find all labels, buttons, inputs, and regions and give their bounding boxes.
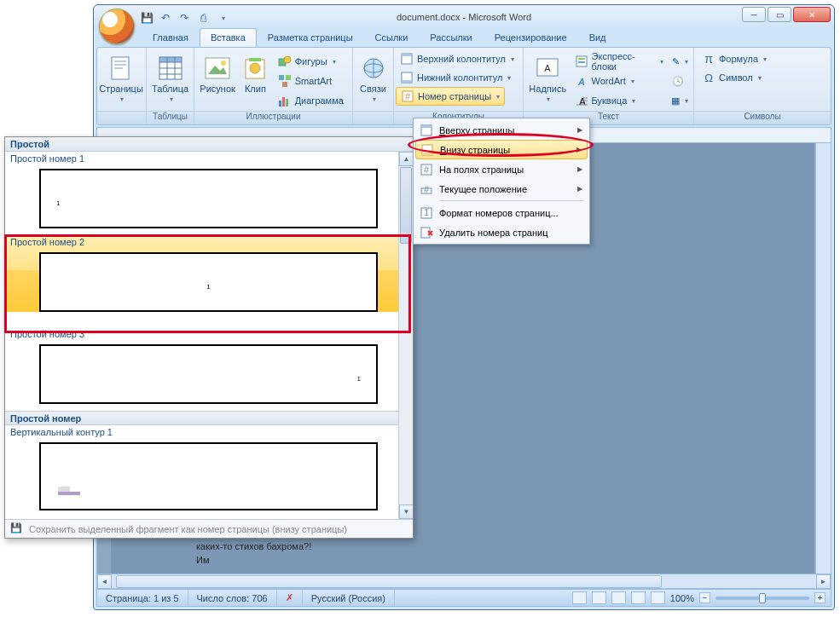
svg-rect-22 (279, 101, 281, 107)
pagenumber-button[interactable]: # Номер страницы▾ (396, 87, 505, 106)
wordart-label: WordArt (592, 76, 626, 86)
menu-current-position[interactable]: # Текущее положение ▶ (415, 179, 588, 199)
hscroll-thumb[interactable] (116, 575, 662, 588)
page-top-icon (419, 123, 434, 138)
close-button[interactable]: ✕ (793, 7, 831, 22)
zoom-thumb[interactable] (759, 593, 766, 603)
gallery-item-3[interactable]: Простой номер 3 1 (5, 327, 398, 404)
datetime-icon: 🕓 (671, 74, 685, 88)
symbol-button[interactable]: Ω Символ▾ (698, 68, 766, 87)
illus-stack: Фигуры▾ SmartArt Диаграмма (274, 50, 349, 110)
proofing-icon: ✗ (286, 592, 293, 603)
svg-rect-57 (58, 492, 80, 495)
submenu-arrow-icon: ▶ (577, 126, 582, 134)
status-right: 100% − + (567, 591, 831, 604)
gallery-item4-label: Вертикальный контур 1 (5, 425, 398, 439)
smartart-button[interactable]: SmartArt (274, 72, 349, 90)
status-words[interactable]: Число слов: 706 (188, 590, 277, 606)
menu-remove-numbers[interactable]: Удалить номера страниц (415, 222, 588, 242)
gallery-item-4[interactable]: Вертикальный контур 1 (5, 425, 398, 510)
view-reading-button[interactable] (592, 591, 606, 604)
pages-button[interactable]: Страницы ▾ (101, 50, 142, 110)
menu-remove-label: Удалить номера страниц (439, 228, 548, 238)
svg-rect-47 (422, 153, 432, 155)
menu-format-numbers[interactable]: 1 Формат номеров страниц... (415, 203, 588, 222)
vertical-scrollbar[interactable] (815, 143, 831, 574)
tab-home[interactable]: Главная (142, 28, 200, 47)
table-icon (157, 55, 184, 82)
datetime-button[interactable]: 🕓 (669, 72, 690, 90)
pagenumber-label: Номер страницы (418, 91, 491, 101)
links-button[interactable]: Связи ▾ (356, 50, 390, 110)
menu-page-margins[interactable]: # На полях страницы ▶ (415, 159, 588, 179)
equation-button[interactable]: π Формула▾ (698, 49, 771, 68)
gallery-preview-1: 1 (39, 169, 378, 228)
gallery-item-1[interactable]: Простой номер 1 1 (5, 152, 398, 228)
zoom-slider[interactable] (715, 597, 809, 600)
gallery-preview-3: 1 (39, 344, 378, 404)
menu-margins-label: На полях страницы (439, 164, 524, 175)
horizontal-scrollbar[interactable]: ◄ ► (97, 574, 831, 588)
tab-references[interactable]: Ссылки (364, 28, 420, 47)
quickparts-button[interactable]: Экспресс-блоки▾ (571, 52, 668, 71)
svg-rect-23 (282, 97, 285, 107)
pagenumber-icon: # (401, 89, 414, 103)
zoom-out-button[interactable]: − (699, 592, 710, 603)
chart-button[interactable]: Диаграмма (274, 91, 349, 110)
group-text: A Надпись ▾ Экспресс-блоки▾ A WordArt▾ A (524, 48, 694, 124)
gallery-item-2[interactable]: Простой номер 2 1 (5, 235, 398, 312)
view-draft-button[interactable] (651, 591, 665, 604)
status-page[interactable]: Страница: 1 из 5 (97, 590, 188, 606)
view-outline-button[interactable] (631, 591, 646, 604)
signature-button[interactable]: ✎▾ (669, 52, 690, 71)
zoom-value[interactable]: 100% (670, 593, 694, 603)
menu-bottom-label: Внизу страницы (440, 145, 510, 155)
status-language[interactable]: Русский (Россия) (303, 590, 395, 606)
tab-insert[interactable]: Вставка (200, 28, 257, 47)
gallery-scrollbar[interactable]: ▲ ▼ (398, 152, 413, 519)
group-symbols-label: Символы (694, 111, 831, 124)
gallery-footer[interactable]: 💾 Сохранить выделенный фрагмент как номе… (5, 519, 413, 538)
menu-current-label: Текущее положение (439, 184, 527, 194)
clipart-icon (241, 55, 269, 82)
svg-text:#: # (424, 184, 430, 194)
table-button[interactable]: Таблица ▾ (150, 50, 190, 110)
clipart-button[interactable]: Клип (239, 50, 271, 110)
scroll-right-button[interactable]: ► (816, 574, 831, 589)
gallery-scroll-down[interactable]: ▼ (399, 505, 413, 519)
dropcap-button[interactable]: A Буквица▾ (571, 91, 668, 110)
gallery-scroll-up[interactable]: ▲ (399, 152, 413, 166)
menu-top-of-page[interactable]: Вверху страницы ▶ (415, 120, 588, 140)
tab-mailings[interactable]: Рассылки (419, 28, 483, 47)
scroll-left-button[interactable]: ◄ (97, 574, 112, 589)
office-button[interactable] (99, 9, 135, 44)
smartart-icon (278, 74, 292, 88)
textbox-button[interactable]: A Надпись ▾ (527, 50, 569, 110)
gallery-scroll-thumb[interactable] (400, 167, 412, 244)
view-print-button[interactable] (572, 591, 587, 604)
picture-button[interactable]: Рисунок (198, 50, 237, 110)
maximize-button[interactable]: ▭ (768, 7, 791, 22)
zoom-in-button[interactable]: + (814, 592, 826, 603)
submenu-arrow-icon: ▶ (576, 146, 582, 153)
menu-bottom-of-page[interactable]: Внизу страницы ▶ (415, 140, 588, 159)
menu-separator (439, 200, 584, 201)
quickparts-label: Экспресс-блоки (592, 51, 655, 72)
shapes-button[interactable]: Фигуры▾ (274, 52, 349, 71)
footer-button[interactable]: Нижний колонтитул▾ (396, 68, 515, 87)
view-web-button[interactable] (611, 591, 626, 604)
svg-point-18 (284, 56, 291, 63)
page-icon (107, 55, 135, 82)
minimize-button[interactable]: ─ (742, 7, 766, 22)
tab-review[interactable]: Рецензирование (484, 28, 578, 47)
header-button[interactable]: Верхний колонтитул▾ (396, 49, 518, 68)
wordart-button[interactable]: A WordArt▾ (571, 72, 668, 90)
gallery-preview-4 (39, 442, 378, 510)
submenu-arrow-icon: ▶ (577, 165, 582, 173)
tab-layout[interactable]: Разметка страницы (257, 28, 364, 47)
picture-label: Рисунок (200, 84, 235, 94)
object-button[interactable]: ▦▾ (669, 91, 690, 110)
gallery-footer-label: Сохранить выделенный фрагмент как номер … (29, 524, 347, 534)
tab-view[interactable]: Вид (578, 28, 617, 47)
status-proofing[interactable]: ✗ (277, 590, 303, 606)
